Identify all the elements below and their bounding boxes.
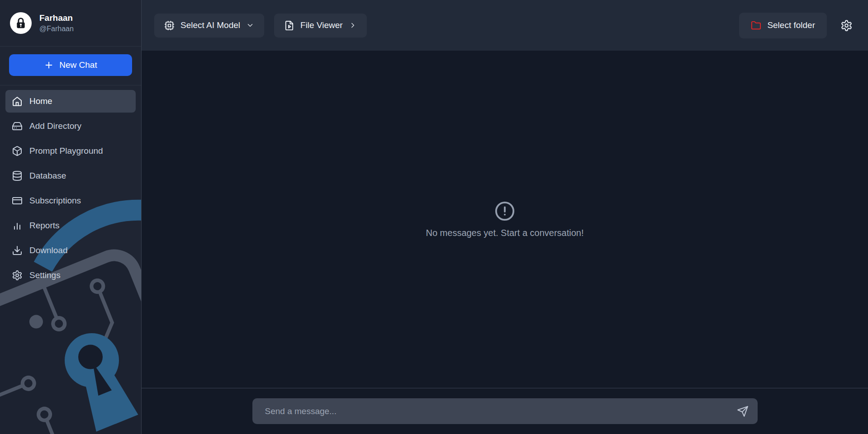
keyhole-shape [57,325,142,434]
sidebar-item-home[interactable]: Home [5,90,136,113]
chevron-down-icon [246,21,254,29]
composer [142,388,868,434]
avatar [10,12,32,34]
sidebar-item-label: Database [29,171,66,181]
file-viewer-button[interactable]: File Viewer [274,14,367,38]
home-icon [12,96,23,107]
file-viewer-label: File Viewer [300,20,343,30]
sidebar-item-label: Reports [29,221,60,231]
empty-state: No messages yet. Start a conversation! [426,201,583,238]
main-area: Select AI Model File Viewer Select folde… [142,0,868,434]
alert-circle-icon [494,201,515,222]
lock-circuit-icon [14,16,28,30]
sidebar-item-label: Subscriptions [29,196,81,206]
sidebar: Farhaan @Farhaan New Chat Home [0,0,142,434]
bar-chart-icon [12,220,23,231]
gear-icon [840,19,853,32]
new-chat-button[interactable]: New Chat [9,54,132,76]
sidebar-item-settings[interactable]: Settings [5,264,136,287]
send-button[interactable] [733,402,752,421]
sidebar-item-database[interactable]: Database [5,165,136,187]
user-text: Farhaan @Farhaan [39,13,74,33]
sidebar-item-label: Home [29,96,52,106]
sidebar-nav: Home Add Directory Prompt Playground [0,85,141,291]
user-profile: Farhaan @Farhaan [0,0,141,47]
sidebar-item-reports[interactable]: Reports [5,214,136,237]
plus-icon [44,60,54,70]
sidebar-item-label: Add Directory [29,121,81,131]
new-chat-section: New Chat [0,47,141,85]
select-folder-label: Select folder [767,20,815,30]
sidebar-item-subscriptions[interactable]: Subscriptions [5,189,136,212]
message-input[interactable] [264,406,733,417]
chat-area: No messages yet. Start a conversation! [142,51,868,388]
sidebar-item-label: Settings [29,270,61,280]
sidebar-item-label: Prompt Playground [29,146,103,156]
file-play-icon [284,20,294,31]
user-name: Farhaan [39,13,74,24]
select-ai-model-button[interactable]: Select AI Model [154,14,264,38]
sidebar-item-label: Download [29,245,68,255]
download-icon [12,245,23,256]
user-handle: @Farhaan [39,25,74,33]
sidebar-item-add-directory[interactable]: Add Directory [5,115,136,137]
topbar: Select AI Model File Viewer Select folde… [142,0,868,51]
database-icon [12,170,23,181]
sidebar-item-download[interactable]: Download [5,239,136,262]
send-icon [737,406,749,417]
app-window: Farhaan @Farhaan New Chat Home [0,0,868,434]
cpu-icon [164,20,175,31]
hard-drive-icon [12,121,23,132]
empty-state-message: No messages yet. Start a conversation! [426,228,583,238]
chevron-right-icon [349,21,357,29]
select-ai-model-label: Select AI Model [180,20,240,30]
message-input-container [252,398,758,424]
select-folder-button[interactable]: Select folder [739,13,827,38]
new-chat-label: New Chat [59,60,97,70]
settings-gear-button[interactable] [838,17,855,34]
cube-icon [12,146,23,156]
folder-icon [751,20,761,31]
credit-card-icon [12,195,23,206]
gear-icon [12,270,23,281]
sidebar-item-prompt-playground[interactable]: Prompt Playground [5,140,136,162]
